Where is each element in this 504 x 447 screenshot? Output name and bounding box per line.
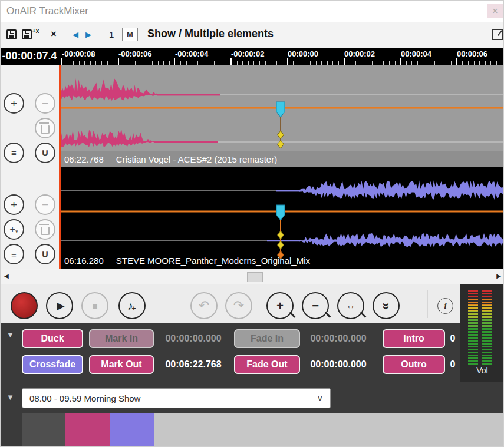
cue-marker[interactable] (276, 102, 285, 117)
intro-count: 0 (446, 329, 459, 348)
mark-in-button[interactable]: Mark In (89, 329, 154, 348)
timeline-ruler[interactable]: -00:00:07.4 -00:00:08 -00:00:06 -00:00:0… (1, 48, 504, 65)
track-1-label: 06:22.768 Cristian Vogel - ACES#2 (2015 … (60, 151, 504, 167)
outro-count: 0 (446, 355, 459, 374)
track1-delete-button[interactable] (35, 118, 55, 138)
mark-out-button[interactable]: Mark Out (89, 355, 154, 374)
vol-label: Vol (460, 366, 504, 375)
save-icon (6, 29, 17, 39)
zoom-fit-button[interactable]: ↔ (337, 292, 364, 319)
fade-in-button[interactable]: Fade In (234, 329, 300, 348)
playlist-element-2[interactable] (65, 413, 110, 446)
add-element-button[interactable]: ♪+ (118, 292, 146, 319)
track2-loop-button[interactable]: ∪ (35, 244, 55, 264)
play-button[interactable]: ▶ (46, 292, 73, 319)
save-close-icon (22, 29, 32, 39)
chevron-down-icon: ∨ (317, 393, 323, 403)
zoom-in-icon: + (276, 299, 284, 313)
save-button[interactable] (4, 27, 18, 42)
tick-label: 00:00:00 (288, 49, 318, 58)
tick-label: -00:00:08 (62, 49, 95, 58)
tick-label: -00:00:04 (175, 49, 208, 58)
track1-add-button[interactable]: + (4, 93, 24, 114)
volume-automation-line[interactable] (60, 107, 504, 109)
play-icon: ▶ (54, 300, 64, 312)
fade-out-button[interactable]: Fade Out (234, 355, 300, 374)
merge-icon: ≡ (11, 148, 17, 158)
intro-button[interactable]: Intro (383, 329, 445, 348)
redo-button[interactable]: ↷ (225, 292, 252, 319)
scrollbar-thumb[interactable] (247, 272, 263, 282)
label-divider (110, 256, 110, 266)
info-button[interactable]: i (437, 298, 453, 314)
mark-in-time: 00:00:00.000 (155, 329, 232, 348)
window-close-button[interactable]: × (487, 4, 503, 18)
track2-waveform-bottom (295, 233, 504, 247)
caret-down-icon: ▾ (15, 229, 18, 234)
track2-merge-button[interactable]: ≡ (4, 244, 24, 264)
track2-add-button[interactable]: + (4, 194, 24, 215)
playlist-element-3[interactable] (110, 413, 154, 446)
show-selector[interactable]: 08.00 - 09.59 Morning Show ∨ (22, 388, 331, 408)
log-edit-button[interactable] (490, 27, 503, 42)
expand-all-button[interactable]: » (373, 292, 400, 319)
undo-icon: ↶ (199, 298, 209, 313)
close-icon: × (492, 6, 498, 16)
track1-remove-button[interactable]: − (35, 93, 55, 114)
vu-meter-left (468, 290, 478, 365)
keyframe-diamond[interactable] (278, 231, 284, 239)
next-element-button[interactable]: ▶ (83, 27, 94, 42)
page-indicator: 1 (109, 29, 114, 39)
track1-merge-button[interactable]: ≡ (4, 143, 24, 163)
track2-remove-button[interactable]: − (35, 194, 55, 215)
save-close-button[interactable]: +x (20, 27, 40, 42)
track-2-waveform-area[interactable]: 06:16.280 STEVE MOORE_Panther_Moderns_Or… (60, 167, 504, 269)
track1-loop-button[interactable]: ∪ (35, 143, 55, 163)
trash-icon (41, 227, 50, 235)
track-1-title: Cristian Vogel - ACES#2 (2015 remaster) (116, 154, 277, 164)
volume-automation-line[interactable] (60, 211, 504, 213)
timeline-scrollbar[interactable]: ◀ ▶ (1, 269, 504, 284)
editor-panel: ▼ Duck Mark In 00:00:00.000 Fade In 00:0… (1, 323, 460, 382)
outro-button[interactable]: Outro (383, 355, 445, 374)
track-2-title: STEVE MOORE_Panther_Moderns_Original_Mix (116, 256, 310, 266)
delete-button[interactable]: × (48, 27, 60, 42)
toolbar-title: Show / Multiple elements (147, 28, 274, 40)
zoom-out-button[interactable]: − (302, 292, 329, 319)
zoom-in-button[interactable]: + (266, 292, 294, 319)
undo-button[interactable]: ↶ (190, 292, 218, 319)
zoom-out-icon: − (312, 299, 319, 313)
crossfade-button[interactable]: Crossfade (22, 355, 83, 374)
prev-element-button[interactable]: ◀ (70, 27, 81, 42)
tick-label: 00:00:02 (344, 49, 375, 58)
scroll-left-arrow[interactable]: ◀ (4, 273, 9, 279)
fade-in-time: 00:00:00.000 (299, 329, 378, 348)
track2-waveform-lead (276, 190, 300, 191)
keyframe-diamond[interactable] (278, 140, 284, 148)
mark-out-time: 00:06:22.768 (155, 355, 232, 374)
stop-button[interactable]: ■ (81, 292, 108, 319)
delete-icon: × (51, 29, 56, 39)
record-button[interactable] (11, 292, 38, 319)
marker-mode-button[interactable]: M (122, 28, 138, 41)
playlist-panel: ▼ 08.00 - 09.59 Morning Show ∨ (1, 382, 504, 447)
playlist-overview[interactable] (22, 413, 504, 446)
keyframe-diamond[interactable] (278, 241, 284, 249)
track-1-waveform-area[interactable]: 06:22.768 Cristian Vogel - ACES#2 (2015 … (60, 65, 504, 167)
track2-add-dropdown-button[interactable]: +▾ (4, 219, 24, 240)
ruler-scale[interactable]: -00:00:08 -00:00:06 -00:00:04 -00:00:02 … (60, 48, 504, 65)
track-2-duration: 06:16.280 (64, 256, 104, 266)
transport-bar: ▶ ■ ♪+ ↶ ↷ + − ↔ » i (1, 284, 460, 323)
collapse-playlist-button[interactable]: ▼ (6, 393, 14, 402)
cue-marker[interactable] (276, 205, 285, 220)
track1-waveform-bottom (60, 130, 160, 147)
track1-waveform-tail (157, 94, 220, 96)
keyframe-diamond[interactable] (278, 131, 284, 139)
duck-button[interactable]: Duck (22, 329, 83, 348)
track2-delete-button[interactable] (35, 219, 55, 240)
playlist-element-1[interactable] (22, 413, 65, 446)
track1-waveform-top (60, 78, 163, 101)
track2-waveform-lead (267, 240, 300, 241)
collapse-editor-button[interactable]: ▼ (6, 330, 14, 339)
scroll-right-arrow[interactable]: ▶ (496, 273, 501, 279)
